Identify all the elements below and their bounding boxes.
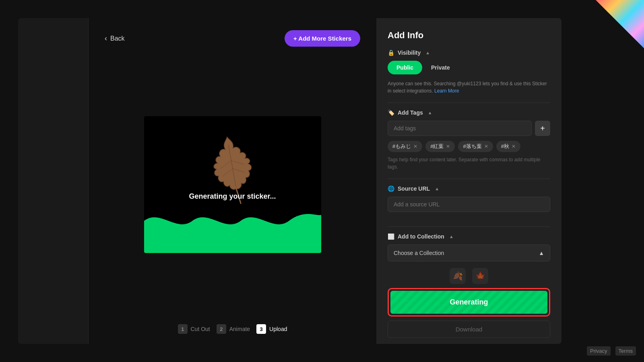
tag-chip-4-text: #秋 [501, 143, 509, 150]
collection-icons-preview: 🍂 🍁 [388, 268, 550, 284]
collection-dropdown[interactable]: Choose a Collection ▲ [388, 245, 550, 261]
tag-chip-2: #紅葉 ✕ [425, 141, 455, 152]
generating-btn-label: Generating [450, 298, 488, 306]
visibility-group: Public Private [388, 61, 550, 74]
tags-label: Add Tags [398, 109, 423, 116]
divider-2 [388, 179, 550, 179]
collection-section-header: ⬜ Add to Collection ▲ [388, 233, 550, 240]
tag-icon: 🏷️ [388, 109, 394, 116]
lock-icon: 🔒 [388, 49, 394, 56]
center-header: ‹ Back + Add More Stickers [89, 18, 376, 55]
tag-chip-1: #もみじ ✕ [388, 141, 422, 152]
visibility-description: Anyone can see this. Searching @yuki1123… [388, 80, 550, 95]
generating-btn-wrapper: Generating [388, 288, 550, 317]
visibility-label: Visibility [398, 49, 421, 56]
tag-chip-4: #秋 ✕ [496, 141, 520, 152]
tag-chip-3-remove[interactable]: ✕ [484, 144, 488, 149]
add-tag-button[interactable]: + [535, 121, 550, 136]
tags-input-row: + [388, 121, 550, 136]
divider-1 [388, 103, 550, 103]
tag-chip-4-remove[interactable]: ✕ [512, 144, 516, 149]
green-wave-svg [144, 205, 321, 253]
step-3-label: Upload [269, 326, 287, 332]
tags-hint: Tags help find your content later. Separ… [388, 156, 550, 171]
tag-chip-1-text: #もみじ [392, 143, 411, 150]
visibility-section-header: 🔒 Visibility ▲ [388, 49, 550, 56]
generating-section: Generating Download [388, 288, 550, 338]
tags-chevron-icon: ▲ [428, 110, 432, 115]
generating-button[interactable]: Generating [390, 291, 547, 314]
panel-title: Add Info [388, 30, 550, 41]
collection-dropdown-chevron-icon: ▲ [539, 250, 544, 256]
public-button[interactable]: Public [388, 61, 422, 74]
sticker-preview-area: Generating your sticker... [89, 55, 376, 314]
progress-steps: 1 Cut Out 2 Animate 3 Upload [178, 314, 287, 344]
tags-row: #もみじ ✕ #紅葉 ✕ #落ち葉 ✕ #秋 ✕ [388, 141, 550, 152]
tag-chip-3-text: #落ち葉 [463, 143, 481, 150]
center-panel: ‹ Back + Add More Stickers [89, 18, 376, 344]
private-button[interactable]: Private [422, 61, 459, 74]
learn-more-link[interactable]: Learn More [434, 88, 459, 94]
left-sidebar [18, 18, 89, 344]
step-2: 2 Animate [217, 324, 250, 334]
sticker-canvas: Generating your sticker... [144, 116, 321, 253]
tag-chip-2-remove[interactable]: ✕ [446, 144, 450, 149]
back-label: Back [110, 35, 125, 42]
generating-text: Generating your sticker... [189, 192, 276, 201]
globe-icon: 🌐 [388, 185, 394, 192]
tag-chip-3: #落ち葉 ✕ [458, 141, 493, 152]
collection-icon: ⬜ [388, 233, 394, 240]
coll-icon-2[interactable]: 🍁 [472, 268, 488, 284]
step-3: 3 Upload [256, 324, 287, 334]
visibility-chevron-icon: ▲ [425, 50, 430, 55]
tags-input[interactable] [388, 121, 532, 136]
download-button[interactable]: Download [388, 321, 550, 338]
footer-links: Privacy Terms [587, 346, 636, 356]
collection-dropdown-label: Choose a Collection [394, 250, 444, 256]
main-container: ‹ Back + Add More Stickers [18, 18, 561, 344]
visibility-desc-text: Anyone can see this. Searching @yuki1123… [388, 81, 547, 94]
right-panel: Add Info 🔒 Visibility ▲ Public Private A… [376, 18, 561, 344]
step-2-num: 2 [217, 324, 226, 334]
coll-icon-1[interactable]: 🍂 [450, 268, 466, 284]
add-stickers-button[interactable]: + Add More Stickers [285, 30, 360, 47]
privacy-link[interactable]: Privacy [587, 346, 611, 356]
back-button[interactable]: ‹ Back [105, 34, 125, 43]
tag-chip-2-text: #紅葉 [430, 143, 444, 150]
source-url-input[interactable] [388, 197, 550, 212]
tag-chip-1-remove[interactable]: ✕ [413, 144, 417, 149]
terms-link[interactable]: Terms [615, 346, 636, 356]
step-1-num: 1 [178, 324, 188, 334]
tags-section-header: 🏷️ Add Tags ▲ [388, 109, 550, 116]
collection-chevron-icon: ▲ [449, 234, 454, 239]
divider-3 [388, 226, 550, 227]
rainbow-corner [596, 0, 644, 48]
add-stickers-label: + Add More Stickers [293, 35, 351, 42]
step-2-label: Animate [229, 326, 250, 332]
step-1: 1 Cut Out [178, 324, 210, 334]
step-1-label: Cut Out [191, 326, 210, 332]
collection-label: Add to Collection [398, 233, 444, 240]
back-chevron-icon: ‹ [105, 34, 107, 43]
source-url-label: Source URL [398, 185, 430, 192]
step-3-num: 3 [256, 324, 266, 334]
source-url-section-header: 🌐 Source URL ▲ [388, 185, 550, 192]
source-url-chevron-icon: ▲ [435, 186, 439, 191]
